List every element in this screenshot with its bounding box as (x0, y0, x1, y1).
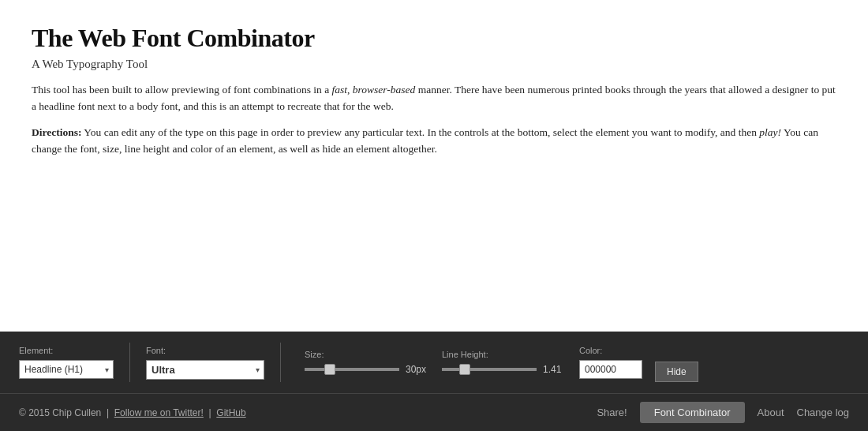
about-link[interactable]: About (758, 407, 784, 418)
line-height-value: 1.41 (543, 364, 567, 375)
size-value: 30px (406, 364, 429, 375)
size-control-group: Size: 30px (305, 350, 429, 375)
font-label: Font: (146, 346, 264, 355)
main-content: The Web Font Combinator A Web Typography… (0, 0, 868, 332)
separator-1 (129, 343, 130, 382)
changelog-link[interactable]: Change log (797, 407, 850, 418)
size-slider[interactable] (305, 368, 399, 371)
lh-slider-row: 1.41 (442, 364, 567, 375)
size-slider-row: 30px (305, 364, 429, 375)
font-combinator-button[interactable]: Font Combinator (640, 402, 745, 423)
color-input[interactable] (579, 360, 642, 379)
element-label: Element: (19, 346, 114, 355)
line-height-label: Line Height: (442, 350, 567, 359)
font-select-wrapper[interactable]: Ultra Georgia Arial (146, 360, 264, 380)
app-subtitle: A Web Typography Tool (32, 58, 836, 71)
github-link[interactable]: GitHub (216, 407, 245, 418)
size-label: Size: (305, 350, 429, 359)
share-text: Share! (597, 407, 627, 418)
description-directions: Directions: You can edit any of the type… (32, 125, 836, 158)
line-height-control-group: Line Height: 1.41 (442, 350, 567, 375)
font-select[interactable]: Ultra Georgia Arial (146, 360, 264, 380)
font-control-group: Font: Ultra Georgia Arial (146, 346, 264, 380)
follow-twitter-link[interactable]: Follow me on Twitter! (114, 407, 204, 418)
app-title: The Web Font Combinator (32, 24, 836, 53)
copyright-text: © 2015 Chip Cullen (19, 407, 101, 418)
footer-left: © 2015 Chip Cullen | Follow me on Twitte… (19, 407, 246, 418)
element-select-wrapper[interactable]: Headline (H1) Subheadline (H2) Body (19, 360, 114, 379)
line-height-slider[interactable] (442, 368, 537, 371)
separator-2 (280, 343, 281, 382)
color-label: Color: (579, 346, 642, 355)
footer-right: Share! Font Combinator About Change log (597, 402, 849, 423)
color-control-group: Color: (579, 346, 642, 379)
element-control-group: Element: Headline (H1) Subheadline (H2) … (19, 346, 114, 379)
controls-bar: Element: Headline (H1) Subheadline (H2) … (0, 332, 868, 393)
description-intro: This tool has been built to allow previe… (32, 82, 836, 115)
footer: © 2015 Chip Cullen | Follow me on Twitte… (0, 393, 868, 431)
hide-button[interactable]: Hide (655, 362, 698, 382)
element-select[interactable]: Headline (H1) Subheadline (H2) Body (19, 360, 114, 379)
